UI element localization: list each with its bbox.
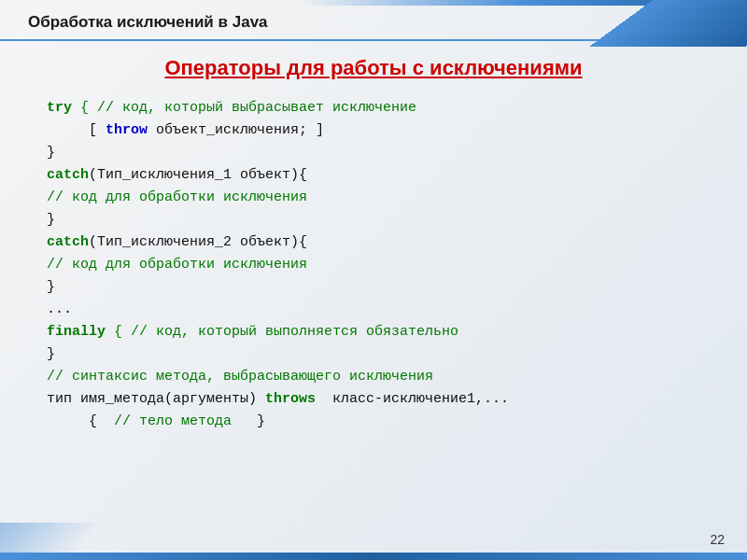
slide: Обработка исключений в Java Операторы дл… [0,0,747,560]
code-line-1: try { // код, который выбрасывает исключ… [47,97,700,119]
code-line-2: [ throw объект_исключения; ] [47,119,700,142]
code-line-13: // синтаксис метода, выбрасывающего искл… [47,366,700,388]
code-line-11: finally { // код, который выполняется об… [47,321,700,343]
comment-1: { // код, который выбрасывает исключение [72,100,416,116]
code-text-2b: объект_исключения; ] [148,122,324,138]
kw-catch-2: catch [47,234,89,250]
code-line-10: ... [47,299,700,321]
header: Обработка исключений в Java [0,0,747,41]
code-text-15a: { [47,413,114,429]
comment-15: // тело метода [114,413,232,429]
code-text-2a: [ [47,122,106,138]
code-line-5: // код для обработки исключения [47,187,700,209]
code-text-7: (Тип_исключения_2 объект){ [89,234,307,250]
page-number: 22 [710,532,725,547]
code-line-15: { // тело метода } [47,411,700,433]
code-line-12: } [47,343,700,366]
code-text-14b: класс-исключение1,... [316,391,509,407]
kw-try: try [47,100,72,116]
comment-11: { // код, который выполняется обязательн… [106,324,458,340]
code-line-8: // код для обработки исключения [47,254,700,276]
code-line-3: } [47,142,700,164]
bottom-bar-deco [0,553,747,560]
kw-throw: throw [106,122,148,138]
code-text-14a: тип имя_метода(аргументы) [47,391,265,407]
header-deco [560,0,747,47]
kw-catch-1: catch [47,167,89,183]
code-line-9: } [47,276,700,299]
kw-throws: throws [265,391,316,407]
header-title: Обработка исключений в Java [28,13,268,32]
code-line-7: catch(Тип_исключения_2 объект){ [47,231,700,254]
slide-title: Операторы для работы с исключениями [164,56,582,79]
code-text-15b: } [232,413,265,429]
code-line-4: catch(Тип_исключения_1 объект){ [47,164,700,187]
slide-title-area: Операторы для работы с исключениями [0,41,747,88]
code-line-14: тип имя_метода(аргументы) throws класс-и… [47,388,700,411]
code-area: try { // код, который выбрасывает исключ… [0,88,747,560]
code-text-4: (Тип_исключения_1 объект){ [89,167,307,183]
kw-finally: finally [47,324,106,340]
code-line-6: } [47,209,700,231]
bottom-left-deco [0,523,112,560]
